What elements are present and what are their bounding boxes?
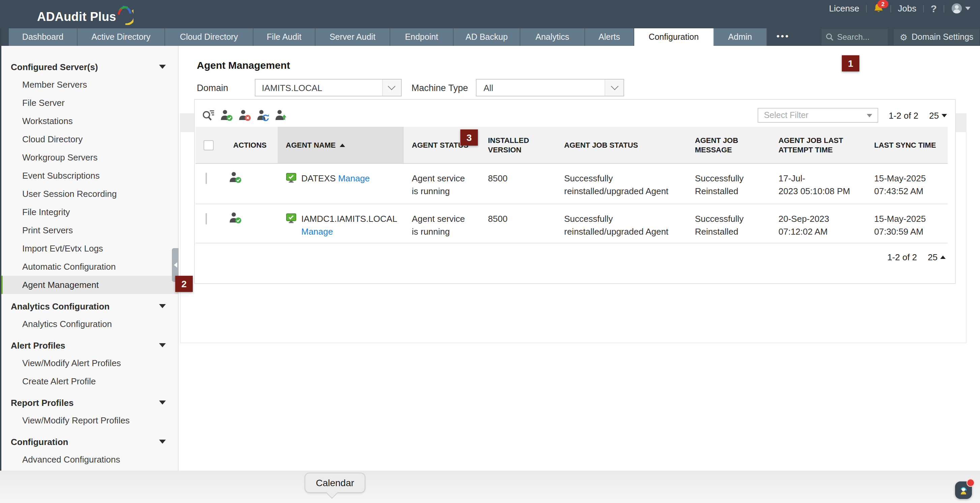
sidebar-item-advanced-configurations[interactable]: Advanced Configurations	[0, 450, 178, 469]
page-size-caret-up-icon	[940, 256, 946, 259]
sidebar-item-create-alert-profile[interactable]: Create Alert Profile	[0, 372, 178, 390]
sidebar-item-view-modify-report-profiles[interactable]: View/Modify Report Profiles	[0, 411, 178, 430]
select-filter-dropdown[interactable]: Select Filter	[758, 108, 878, 123]
sidebar-item-analytics-configuration[interactable]: Analytics Configuration	[0, 315, 178, 333]
page-title: Agent Management	[197, 59, 290, 71]
sidebar-item-member-servers[interactable]: Member Servers	[0, 75, 178, 94]
sidebar-item-import-evt-evtx-logs[interactable]: Import Evt/Evtx Logs	[0, 239, 178, 258]
chevron-left-icon	[174, 262, 177, 268]
column-header-agent-job-message[interactable]: AGENT JOB MESSAGE	[687, 127, 770, 163]
notifications-bell-button[interactable]: 2	[873, 3, 884, 13]
domain-settings-button[interactable]: ⚙ Domain Settings	[894, 29, 979, 45]
installed-version: 8500	[480, 204, 556, 243]
chevron-down-icon	[159, 343, 166, 347]
agent-status: Agent service is running	[404, 164, 480, 204]
sidebar-section-configured-server-s-[interactable]: Configured Server(s)	[0, 58, 178, 75]
upgrade-agent-person-uparrow-icon[interactable]	[275, 109, 288, 121]
column-header-installed-version[interactable]: INSTALLED VERSION	[480, 127, 556, 163]
dock-tooltip: Calendar	[305, 473, 365, 493]
app-logo[interactable]: ADAudit Plus	[37, 5, 134, 25]
sidebar-item-user-session-recording[interactable]: User Session Recording	[0, 185, 178, 203]
user-account-menu[interactable]	[951, 2, 970, 14]
manage-agent-link[interactable]: Manage	[301, 226, 333, 237]
sidebar-section-report-profiles[interactable]: Report Profiles	[0, 394, 178, 411]
column-header-agent-job-status[interactable]: AGENT JOB STATUS	[556, 127, 687, 163]
domain-settings-label: Domain Settings	[912, 32, 973, 42]
column-header-last-sync-time[interactable]: LAST SYNC TIME	[866, 127, 948, 163]
search-placeholder: Search...	[837, 32, 869, 42]
search-filter-icon[interactable]	[202, 109, 215, 122]
install-agent-person-check-icon[interactable]	[229, 212, 271, 224]
sidebar-item-cloud-directory[interactable]: Cloud Directory	[0, 130, 178, 148]
sort-ascending-icon	[340, 143, 345, 146]
machine-type-select-value: All	[477, 83, 605, 93]
column-header-agent-job-last-attempt-time[interactable]: AGENT JOB LAST ATTEMPT TIME	[770, 127, 866, 163]
sidebar-section-analytics-configuration[interactable]: Analytics Configuration	[0, 298, 178, 315]
utility-menu: License | 2 | Jobs | ? |	[829, 2, 970, 15]
machine-type-select[interactable]: All	[476, 79, 624, 96]
jobs-link[interactable]: Jobs	[898, 3, 916, 13]
nav-tab-server-audit[interactable]: Server Audit	[315, 28, 390, 46]
nav-tab-ad-backup[interactable]: AD Backup	[453, 28, 520, 46]
user-menu-caret-icon	[965, 6, 970, 10]
restart-agent-person-refresh-icon[interactable]	[257, 109, 270, 121]
sidebar-section-alert-profiles[interactable]: Alert Profiles	[0, 336, 178, 354]
app-logo-text: ADAudit Plus	[37, 8, 116, 25]
top-header-bar: ADAudit Plus License | 2 | Jobs | ?	[0, 0, 980, 28]
license-link[interactable]: License	[829, 3, 859, 13]
sidebar-item-view-modify-alert-profiles[interactable]: View/Modify Alert Profiles	[0, 354, 178, 372]
domain-select-value: IAMITS.LOCAL	[255, 83, 382, 93]
nav-tab-active-directory[interactable]: Active Directory	[78, 28, 165, 46]
help-button[interactable]: ?	[931, 2, 937, 14]
domain-label: Domain	[197, 83, 228, 93]
gear-icon: ⚙	[900, 33, 908, 41]
sidebar-item-event-subscriptions[interactable]: Event Subscriptions	[0, 167, 178, 185]
nav-tab-dashboard[interactable]: Dashboard	[9, 28, 78, 46]
footer-page-size-dropdown[interactable]: 25	[928, 252, 946, 262]
column-header-agent-name[interactable]: AGENT NAME	[278, 127, 404, 163]
install-agent-person-check-icon[interactable]	[229, 171, 271, 183]
user-avatar-icon	[951, 2, 963, 14]
sidebar-item-workgroup-servers[interactable]: Workgroup Servers	[0, 148, 178, 167]
sidebar-item-file-server[interactable]: File Server	[0, 94, 178, 112]
agent-job-status: Successfully reinstalled/upgraded Agent	[556, 204, 687, 243]
nav-tab-analytics[interactable]: Analytics	[520, 28, 585, 46]
footer-pagination-range: 1-2 of 2	[887, 252, 917, 262]
support-chat-widget-button[interactable]	[955, 481, 972, 499]
global-search-input[interactable]: Search...	[822, 29, 888, 45]
table-footer-pagination: 1-2 of 2 25	[877, 252, 946, 262]
nav-tab-endpoint[interactable]: Endpoint	[390, 28, 453, 46]
separator: |	[890, 3, 892, 13]
install-agent-person-check-icon[interactable]	[220, 109, 233, 121]
nav-tab-file-audit[interactable]: File Audit	[253, 28, 315, 46]
select-filter-placeholder: Select Filter	[764, 111, 867, 120]
column-header-actions[interactable]: ACTIONS	[221, 127, 278, 163]
separator: |	[943, 3, 945, 13]
nav-tab-alerts[interactable]: Alerts	[585, 28, 634, 46]
manage-agent-link[interactable]: Manage	[338, 173, 370, 183]
nav-tab-admin[interactable]: Admin	[714, 28, 767, 46]
nav-right-tools: Search... ⚙ Domain Settings	[822, 29, 979, 45]
sidebar-item-print-servers[interactable]: Print Servers	[0, 221, 178, 239]
adaudit-plus-window: ADAudit Plus License | 2 | Jobs | ?	[0, 0, 980, 503]
sidebar-item-workstations[interactable]: Workstations	[0, 112, 178, 130]
left-sidebar-nav: Configured Server(s)Member ServersFile S…	[0, 46, 178, 471]
more-tabs-button[interactable]: •••	[767, 28, 799, 46]
row-checkbox[interactable]	[205, 173, 207, 184]
domain-select[interactable]: IAMITS.LOCAL	[255, 79, 401, 96]
agent-action-icons	[202, 109, 288, 122]
nav-tab-configuration[interactable]: Configuration	[634, 28, 714, 46]
sidebar-section-configuration[interactable]: Configuration	[0, 433, 178, 450]
row-checkbox[interactable]	[205, 213, 207, 224]
select-all-checkbox[interactable]	[204, 140, 214, 150]
last-sync-time: 15-May-2025 07:43:52 AM	[866, 164, 948, 204]
agent-job-message: Successfully Reinstalled	[687, 164, 770, 204]
sidebar-item-agent-management[interactable]: Agent Management	[0, 276, 178, 294]
agents-table: ACTIONSAGENT NAMEAGENT STATUSINSTALLED V…	[196, 127, 948, 244]
uninstall-agent-person-cross-icon[interactable]	[239, 109, 251, 121]
table-toolbar: Select Filter 1-2 of 2 25	[202, 107, 947, 123]
sidebar-item-automatic-configuration[interactable]: Automatic Configuration	[0, 258, 178, 276]
page-size-dropdown[interactable]: 25	[929, 110, 947, 120]
sidebar-item-file-integrity[interactable]: File Integrity	[0, 203, 178, 221]
nav-tab-cloud-directory[interactable]: Cloud Directory	[165, 28, 253, 46]
